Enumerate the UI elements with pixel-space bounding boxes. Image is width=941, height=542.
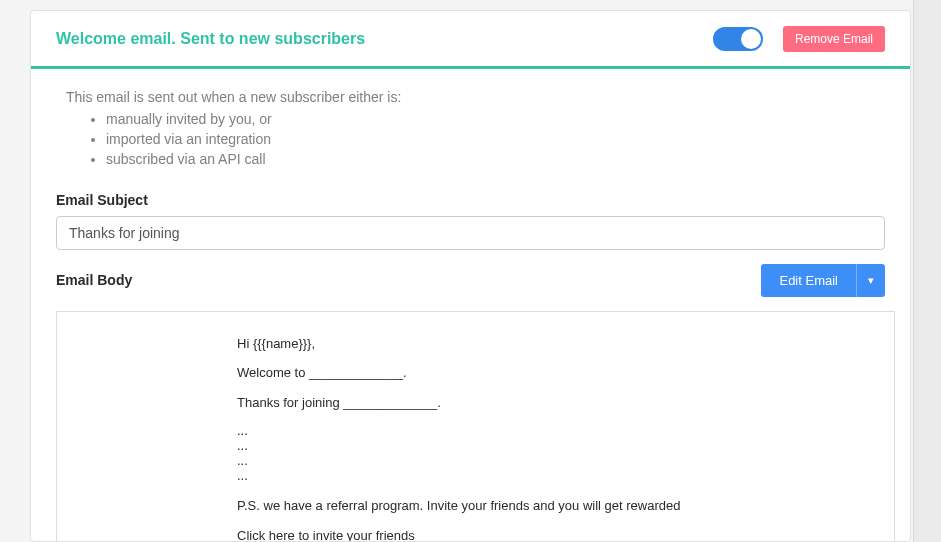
preview-thanks: Thanks for joining _____________. xyxy=(237,395,894,411)
caret-down-icon: ▾ xyxy=(868,274,874,287)
preview-dots: ... xyxy=(237,424,894,439)
card-header: Welcome email. Sent to new subscribers R… xyxy=(31,11,910,69)
header-controls: Remove Email xyxy=(713,26,885,52)
email-body-preview: Hi {{{name}}}, Welcome to _____________.… xyxy=(56,311,895,542)
email-settings-card: Welcome email. Sent to new subscribers R… xyxy=(30,10,911,542)
email-body-header-row: Email Body Edit Email ▾ xyxy=(56,264,885,297)
list-item: subscribed via an API call xyxy=(106,149,885,169)
preview-welcome: Welcome to _____________. xyxy=(237,365,894,381)
edit-email-button-group: Edit Email ▾ xyxy=(761,264,885,297)
preview-dots: ... xyxy=(237,439,894,454)
email-subject-label: Email Subject xyxy=(56,192,885,208)
remove-email-button[interactable]: Remove Email xyxy=(783,26,885,52)
right-gutter xyxy=(913,0,941,542)
preview-ps: P.S. we have a referral program. Invite … xyxy=(237,498,894,514)
email-enabled-toggle[interactable] xyxy=(713,27,763,51)
list-item: manually invited by you, or xyxy=(106,109,885,129)
intro-text: This email is sent out when a new subscr… xyxy=(56,89,885,105)
email-body-label: Email Body xyxy=(56,272,132,288)
intro-list: manually invited by you, or imported via… xyxy=(56,109,885,170)
preview-greeting: Hi {{{name}}}, xyxy=(237,336,894,352)
edit-email-button[interactable]: Edit Email xyxy=(761,264,856,297)
card-body: This email is sent out when a new subscr… xyxy=(31,69,910,542)
preview-invite-link[interactable]: Click here to invite your friends xyxy=(237,528,415,542)
preview-dots: ... xyxy=(237,469,894,484)
list-item: imported via an integration xyxy=(106,129,885,149)
email-subject-input[interactable] xyxy=(56,216,885,250)
toggle-knob xyxy=(741,29,761,49)
card-title: Welcome email. Sent to new subscribers xyxy=(56,30,365,48)
preview-dots: ... xyxy=(237,454,894,469)
edit-email-dropdown-button[interactable]: ▾ xyxy=(856,264,885,297)
